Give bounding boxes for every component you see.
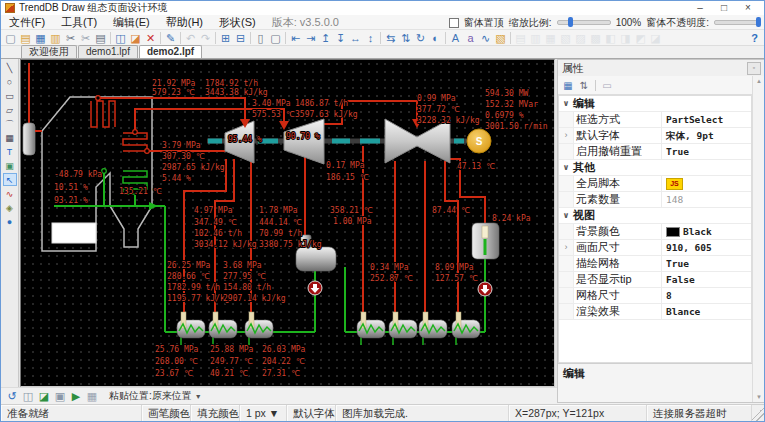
- steam-drum[interactable]: [23, 63, 42, 155]
- gallery-tool[interactable]: ◈: [3, 201, 17, 214]
- schematic-label[interactable]: 1.78 MPa: [259, 206, 298, 215]
- generator[interactable]: S: [467, 129, 491, 153]
- new-file-icon[interactable]: ▢: [3, 31, 18, 45]
- property-row[interactable]: 渲染效果Blance: [559, 304, 751, 320]
- property-pages-icon[interactable]: ▭: [600, 79, 614, 92]
- schematic-label[interactable]: 2987.65 kJ/kg: [162, 163, 225, 172]
- schematic-label[interactable]: 25.88 MPa: [210, 345, 254, 354]
- align-right-icon[interactable]: ⇥: [303, 31, 318, 45]
- schematic-label[interactable]: 204.22 ℃: [262, 357, 305, 366]
- schematic-label[interactable]: 87.44 ℃: [432, 206, 470, 215]
- feedwater-heater[interactable]: [245, 312, 273, 345]
- format-brush-icon[interactable]: ✎: [163, 31, 178, 45]
- ellipse-tool[interactable]: ○: [3, 75, 17, 88]
- schematic-label[interactable]: 23.67 ℃: [155, 369, 193, 378]
- property-value[interactable]: PartSelect: [662, 112, 751, 127]
- schematic-label[interactable]: 10.51 %: [54, 183, 88, 192]
- expander-icon[interactable]: ›: [559, 240, 574, 255]
- sphere-tool[interactable]: ●: [3, 215, 17, 228]
- pen-color[interactable]: 画笔颜色: [142, 405, 191, 421]
- property-row[interactable]: ›默认字体宋体, 9pt: [559, 128, 751, 144]
- save-icon[interactable]: ▦: [33, 31, 48, 45]
- paste-position-dropdown[interactable]: 粘贴位置:原来位置 ▼: [106, 390, 205, 403]
- schematic-label[interactable]: 152.32 MVar: [485, 100, 538, 109]
- schematic-label[interactable]: 4.97 MPa: [194, 206, 233, 215]
- panel-close-icon[interactable]: ▫: [747, 62, 761, 75]
- property-row[interactable]: ›画面尺寸910, 605: [559, 240, 751, 256]
- tab-welcome[interactable]: 欢迎使用: [21, 45, 77, 58]
- menu-item[interactable]: 帮助(H): [158, 15, 211, 30]
- delete-icon[interactable]: ✕: [143, 31, 158, 45]
- schematic-label[interactable]: 1.00 MPa: [333, 217, 372, 226]
- opacity-slider[interactable]: [714, 20, 760, 25]
- property-row[interactable]: 网格尺寸8: [559, 288, 751, 304]
- property-value[interactable]: Blance: [662, 304, 751, 319]
- schematic-label[interactable]: 3443.38 kJ/kg: [205, 88, 268, 97]
- zoom-slider[interactable]: [557, 20, 611, 25]
- tab-demo1[interactable]: demo1.lpf: [78, 45, 138, 58]
- feedwater-heater[interactable]: [177, 312, 205, 345]
- curve-icon[interactable]: ∿: [478, 31, 493, 45]
- select-region-icon[interactable]: ▢: [268, 31, 283, 45]
- schematic-label[interactable]: 0.17 MPa: [326, 161, 365, 170]
- drain-valve-1[interactable]: [308, 281, 322, 295]
- schematic-label[interactable]: 47.13 ℃: [457, 162, 495, 171]
- zoom-out-icon[interactable]: ⊟: [233, 31, 248, 45]
- property-group-header[interactable]: ∨其他: [559, 160, 751, 176]
- property-row[interactable]: 是否显示tipFalse: [559, 272, 751, 288]
- feedwater-heater[interactable]: [419, 312, 447, 345]
- copy-icon[interactable]: ✂: [78, 31, 93, 45]
- property-value[interactable]: False: [662, 272, 751, 287]
- align-bottom-icon[interactable]: ↧: [333, 31, 348, 45]
- rotate-icon[interactable]: ↻: [413, 31, 428, 45]
- print-icon[interactable]: ▤: [93, 31, 108, 45]
- property-value[interactable]: 8: [662, 288, 751, 303]
- property-row[interactable]: 描绘网格True: [559, 256, 751, 272]
- schematic-label[interactable]: 26.03 MPa: [262, 345, 306, 354]
- schematic-label[interactable]: 3380.75 kJ/kg: [259, 240, 322, 249]
- font-bold-icon[interactable]: A: [448, 31, 463, 45]
- line-tool[interactable]: ╲: [3, 61, 17, 74]
- property-value[interactable]: JS: [662, 176, 751, 191]
- schematic-label[interactable]: 102.46 t/h: [194, 229, 242, 238]
- schematic-label[interactable]: 26.25 MPa: [167, 261, 211, 270]
- schematic-label[interactable]: 0.6979 %: [485, 111, 524, 120]
- schematic-label[interactable]: 135.21 ℃: [119, 187, 162, 196]
- schematic-label[interactable]: 252.87 ℃: [370, 274, 413, 283]
- menu-item[interactable]: 编辑(E): [105, 15, 158, 30]
- condenser[interactable]: [472, 223, 499, 259]
- schematic-label[interactable]: 25.76 MPa: [155, 345, 199, 354]
- schematic-label[interactable]: 1486.87 t/h: [295, 99, 348, 108]
- select-tool[interactable]: ↖: [3, 173, 17, 186]
- schematic-label[interactable]: 186.15 ℃: [326, 173, 369, 182]
- schematic-label[interactable]: 1784.92 t/h: [205, 79, 258, 88]
- schematic-label[interactable]: 277.95 ℃: [223, 272, 266, 281]
- schematic-label[interactable]: 1782.99 t/h: [167, 283, 220, 292]
- schematic-label[interactable]: 95.44 %: [228, 135, 262, 144]
- resize-grip[interactable]: [752, 405, 764, 421]
- property-value[interactable]: 910, 605: [662, 240, 751, 255]
- default-font[interactable]: 默认字体: [287, 405, 336, 421]
- schematic-label[interactable]: 579.23 ℃: [152, 88, 195, 97]
- menu-item[interactable]: 工具(T): [53, 15, 105, 30]
- topmost-checkbox[interactable]: [449, 18, 459, 28]
- export-page-icon[interactable]: ◫: [20, 389, 36, 403]
- save-all-icon[interactable]: ▥: [48, 31, 63, 45]
- schematic-label[interactable]: 8.09 MPa: [435, 263, 474, 272]
- schematic-label[interactable]: 27.31 ℃: [262, 369, 300, 378]
- panel-scrollbar[interactable]: ▲▼: [752, 76, 765, 402]
- schematic-label[interactable]: 358.21 ℃: [330, 206, 373, 215]
- expander-icon[interactable]: ›: [559, 128, 574, 143]
- menu-item[interactable]: 形状(S): [211, 15, 264, 30]
- help-icon[interactable]: ?: [747, 31, 762, 45]
- fill-color[interactable]: 填充颜色: [191, 405, 240, 421]
- schematic-label[interactable]: 3.68 MPa: [223, 261, 262, 270]
- property-group-header[interactable]: ∨视图: [559, 208, 751, 224]
- schematic-label[interactable]: 377.72 ℃: [417, 105, 460, 114]
- schematic-label[interactable]: 347.49 ℃: [194, 218, 237, 227]
- property-row[interactable]: 启用撤销重置True: [559, 144, 751, 160]
- mirror-icon[interactable]: ◐: [428, 31, 443, 45]
- property-row[interactable]: 全局脚本JS: [559, 176, 751, 192]
- js-script-icon[interactable]: JS: [666, 178, 683, 190]
- schematic-label[interactable]: 3.79 MPa: [162, 141, 201, 150]
